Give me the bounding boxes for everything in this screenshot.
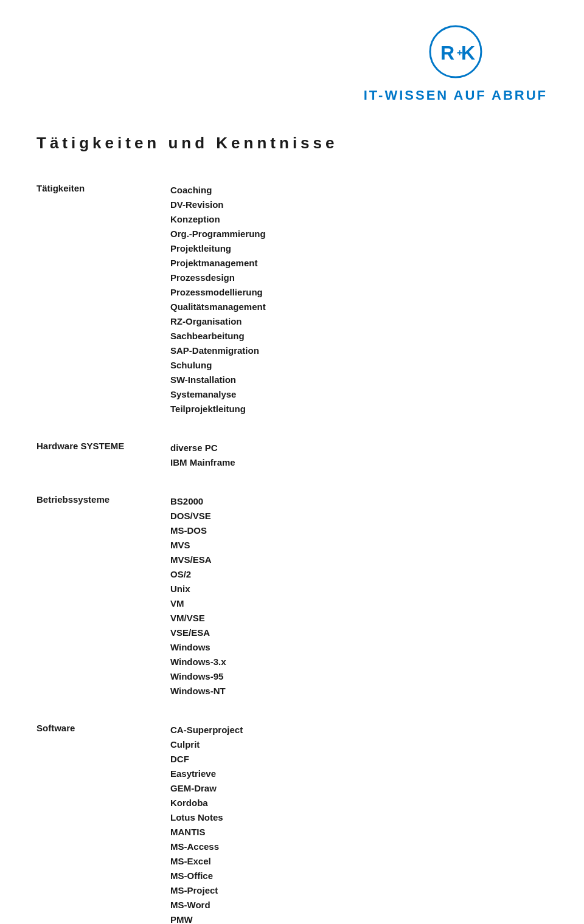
list-item: Windows-95 (170, 669, 548, 684)
page-title: Tätigkeiten und Kenntnisse (36, 134, 548, 153)
list-item: Qualitätsmanagement (170, 300, 548, 314)
list-item: BS2000 (170, 494, 548, 509)
list-item: MS-Excel (170, 854, 548, 869)
list-item: Teilprojektleitung (170, 402, 548, 416)
list-item: Prozessdesign (170, 271, 548, 285)
svg-text:K: K (461, 42, 475, 64)
page: R + K IT-WISSEN AUF ABRUF Tätigkeiten un… (0, 0, 584, 924)
list-item: VSE/ESA (170, 626, 548, 640)
list-item: Org.-Programmierung (170, 227, 548, 241)
section-content-betriebssysteme: BS2000 DOS/VSE MS-DOS MVS MVS/ESA OS/2 U… (170, 494, 548, 698)
list-item: MANTIS (170, 825, 548, 840)
list-item: Windows-NT (170, 684, 548, 698)
list-item: Easytrieve (170, 767, 548, 781)
brand-tagline: IT-WISSEN AUF ABRUF (364, 88, 548, 103)
list-item: MS-Word (170, 898, 548, 912)
section-label-hardware: Hardware SYSTEME (36, 441, 170, 451)
section-taetigkeiten: Tätigkeiten Coaching DV-Revision Konzept… (36, 183, 548, 416)
list-item: IBM Mainframe (170, 455, 548, 470)
list-item: MS-Access (170, 840, 548, 854)
list-item: GEM-Draw (170, 781, 548, 796)
list-item: PMW (170, 912, 548, 924)
list-item: VM (170, 596, 548, 611)
content: Tätigkeiten Coaching DV-Revision Konzept… (36, 183, 548, 924)
list-item: SW-Installation (170, 373, 548, 387)
list-item: Unix (170, 582, 548, 596)
list-item: MS-Office (170, 869, 548, 883)
section-label-betriebssysteme: Betriebssysteme (36, 494, 170, 505)
list-item: DV-Revision (170, 198, 548, 212)
list-item: Coaching (170, 183, 548, 198)
list-item: Windows (170, 640, 548, 655)
section-betriebssysteme: Betriebssysteme BS2000 DOS/VSE MS-DOS MV… (36, 494, 548, 698)
list-item: MVS/ESA (170, 553, 548, 567)
header: R + K IT-WISSEN AUF ABRUF (36, 24, 548, 103)
section-content-software: CA-Superproject Culprit DCF Easytrieve G… (170, 723, 548, 924)
list-item: Schulung (170, 358, 548, 373)
list-item: Prozessmodellierung (170, 285, 548, 300)
section-software: Software CA-Superproject Culprit DCF Eas… (36, 723, 548, 924)
list-item: Sachbearbeitung (170, 329, 548, 343)
list-item: Projektleitung (170, 241, 548, 256)
list-item: Konzeption (170, 212, 548, 227)
list-item: RZ-Organisation (170, 314, 548, 329)
section-content-hardware: diverse PC IBM Mainframe (170, 441, 548, 470)
list-item: Culprit (170, 737, 548, 752)
section-hardware: Hardware SYSTEME diverse PC IBM Mainfram… (36, 441, 548, 470)
list-item: Projektmanagement (170, 256, 548, 271)
list-item: MS-DOS (170, 523, 548, 538)
section-content-taetigkeiten: Coaching DV-Revision Konzeption Org.-Pro… (170, 183, 548, 416)
list-item: CA-Superproject (170, 723, 548, 737)
logo-area: R + K IT-WISSEN AUF ABRUF (364, 24, 548, 103)
list-item: Windows-3.x (170, 655, 548, 669)
list-item: OS/2 (170, 567, 548, 582)
section-label-taetigkeiten: Tätigkeiten (36, 183, 170, 193)
section-label-software: Software (36, 723, 170, 733)
list-item: DOS/VSE (170, 509, 548, 523)
list-item: SAP-Datenmigration (170, 343, 548, 358)
svg-text:R: R (440, 42, 454, 64)
list-item: VM/VSE (170, 611, 548, 626)
list-item: MS-Project (170, 883, 548, 898)
list-item: Systemanalyse (170, 387, 548, 402)
list-item: DCF (170, 752, 548, 767)
list-item: Kordoba (170, 796, 548, 810)
list-item: diverse PC (170, 441, 548, 455)
list-item: Lotus Notes (170, 810, 548, 825)
list-item: MVS (170, 538, 548, 553)
logo-icon: R + K (428, 24, 483, 79)
